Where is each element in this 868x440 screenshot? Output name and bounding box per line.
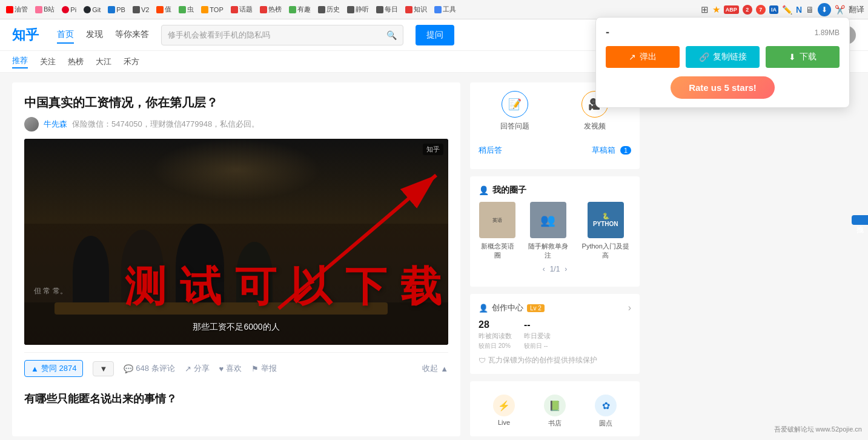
toolbar-pinterest[interactable]: Pi [59,5,79,15]
ext-abp[interactable]: ABP [724,5,739,14]
next-page[interactable]: › [565,265,567,273]
toolbar-pb[interactable]: PB [105,5,128,15]
sub-nav-recommend[interactable]: 推荐 [12,55,28,68]
popup-btn[interactable]: ↗ 弹出 [606,46,680,68]
stat-reads-value: 28 [479,319,512,330]
toolbar-rebang[interactable]: 热榜 [257,4,284,15]
bottom-icons-row: ⚡ Live 📗 书店 ✿ 圆点 [479,390,631,428]
nav-home[interactable]: 首页 [57,27,74,44]
draft-row: 稍后答 草稿箱 1 [479,140,631,161]
ask-button[interactable]: 提问 [416,25,454,45]
creator-card: 👤 创作中心 Lv 2 › 28 昨被阅读数 较前日 20% -- 昨日爱读 较… [470,294,640,374]
article-author: 牛先森 保险微信：5474050，理财微信4779948，私信必回。 [24,117,448,132]
video-subtitle: 那些工资不足6000的人 [193,322,279,333]
draft-box[interactable]: 草稿箱 1 [592,145,631,156]
toolbar-oil[interactable]: 油管 [4,4,30,15]
stat-love-change: 较前日 -- [524,342,551,350]
site-watermark: 吾爱破解论坛 www.52pojie.cn [774,425,863,434]
sub-nav-dajiang[interactable]: 大江 [96,56,111,67]
stat-reads-change: 较前日 20% [479,342,512,350]
ext-crop[interactable]: ✂️ [835,5,845,15]
copy-link-label: 复制链接 [713,52,747,62]
toolbar-meiri[interactable]: 每日 [374,4,400,15]
creator-arrow[interactable]: › [628,302,631,313]
live-icon-item[interactable]: ⚡ Live [493,395,515,428]
ext-green-badge[interactable]: 7 [756,5,766,15]
nav-waiting[interactable]: 等你来答 [115,27,149,44]
ext-pencil[interactable]: ✏️ [782,5,792,15]
search-icon[interactable]: 🔍 [386,30,397,40]
star-icon[interactable]: ★ [712,4,720,15]
toolbar-zhishi[interactable]: 知识 [403,4,429,15]
circles-card: 👤 我的圈子 英语 新概念英语圈 👥 随手解救单身注 🐍 PY [470,176,640,287]
toolbar-v2[interactable]: V2 [130,5,151,15]
circle-item-people[interactable]: 👥 随手解救单身注 [526,202,571,260]
search-input[interactable]: 修手机会被看到手机的隐私吗 🔍 [161,25,403,45]
popup-top-bar: - 1.89MB [606,26,840,39]
nav-discover[interactable]: 发现 [86,27,103,44]
toolbar-gongju[interactable]: 工具 [432,4,459,15]
toolbar-jingting[interactable]: 静听 [345,4,371,15]
ext-n-logo[interactable]: N [796,5,802,15]
toolbar-lishi[interactable]: 历史 [316,4,342,15]
creator-row: 👤 创作中心 Lv 2 › [479,302,631,313]
vote-down-button[interactable]: ▼ [93,361,114,376]
popup-label: 弹出 [640,52,657,62]
toolbar-github[interactable]: Git [81,5,103,15]
circle-label: 我的圈子 [492,185,526,196]
answer-icon: 📝 [502,91,528,118]
zhihu-logo[interactable]: 知乎 [12,26,39,44]
report-button[interactable]: ⚑ 举报 [251,363,277,374]
main-content: 中国真实的工资情况，你在第几层？ 牛先森 保险微信：5474050，理财微信47… [0,73,868,440]
shield-icon: 🛡 [479,356,486,365]
circles-header: 👤 我的圈子 [479,185,631,196]
ext-download-active[interactable]: ⬇ [818,3,831,16]
rate-us-button[interactable]: Rate us 5 stars! [671,76,775,99]
prev-page[interactable]: ‹ [543,265,545,273]
circle-icon: ✿ [595,395,617,416]
download-popup: - 1.89MB ↗ 弹出 🔗 复制链接 ⬇ 下载 Rate us 5 star… [595,17,850,108]
copy-link-btn[interactable]: 🔗 复制链接 [686,46,760,68]
toolbar-bilibili[interactable]: B站 [33,4,57,15]
circle-icon-item[interactable]: ✿ 圆点 [595,395,617,428]
toolbar-top[interactable]: TOP [199,5,225,15]
like-button[interactable]: ♥ 喜欢 [219,363,242,374]
draft-later[interactable]: 稍后答 [479,145,502,156]
bookstore-icon-item[interactable]: 📗 书店 [544,395,566,428]
circle-name-python: Python入门及提高 [580,242,631,260]
video-thumbnail[interactable]: 知乎 但 常 常。 那些工资不足6000的人 测 试 可 以 下 载 [24,139,448,345]
sub-nav-hotlist[interactable]: 热榜 [68,56,84,67]
collapse-button[interactable]: 收起 ▲ [422,363,448,374]
vote-down-icon: ▼ [99,364,107,373]
translate-btn[interactable]: 翻译 [849,4,864,15]
circle-name-people: 随手解救单身注 [526,242,571,260]
chevron-up-icon: ▲ [440,364,448,373]
vote-up-button[interactable]: ▲ 赞同 2874 [24,360,83,377]
answer-question-btn[interactable]: 📝 回答问题 [479,91,551,132]
ext-red-badge[interactable]: 2 [743,5,752,15]
circle-item-english[interactable]: 英语 新概念英语圈 [479,202,517,260]
circle-item-python[interactable]: 🐍 PYTHON Python入门及提高 [580,202,631,260]
ext-monitor[interactable]: 🖥 [806,5,814,15]
article-title: 中国真实的工资情况，你在第几层？ [24,95,448,111]
author-name[interactable]: 牛先森 [44,119,67,130]
search-text: 修手机会被看到手机的隐私吗 [168,30,270,41]
circle-thumb-python: 🐍 PYTHON [588,202,624,238]
float-chat-button[interactable]: 拖拽 [852,215,868,225]
toolbar-youqu[interactable]: 有趣 [287,4,313,15]
ext-ia[interactable]: IA [769,5,778,14]
grid-icon[interactable]: ⊞ [701,4,709,15]
circle-name-english: 新概念英语圈 [479,242,517,260]
toolbar-huati[interactable]: 话题 [228,4,255,15]
share-button[interactable]: ↗ 分享 [185,363,210,374]
sub-nav-hefang[interactable]: 禾方 [124,56,139,67]
comment-count: 648 条评论 [136,363,174,374]
toolbar-zhi[interactable]: 值 [154,4,174,15]
toolbar-chong[interactable]: 虫 [176,4,196,15]
sub-nav-follow[interactable]: 关注 [40,56,56,67]
protect-text: 瓦力保镖为你的创作提供持续保护 [488,355,597,365]
avatar [24,117,39,132]
download-btn[interactable]: ⬇ 下载 [766,46,840,68]
sidebar: 📝 回答问题 🎥 发视频 稍后答 草稿箱 1 [470,82,640,436]
comment-button[interactable]: 💬 648 条评论 [124,363,174,374]
